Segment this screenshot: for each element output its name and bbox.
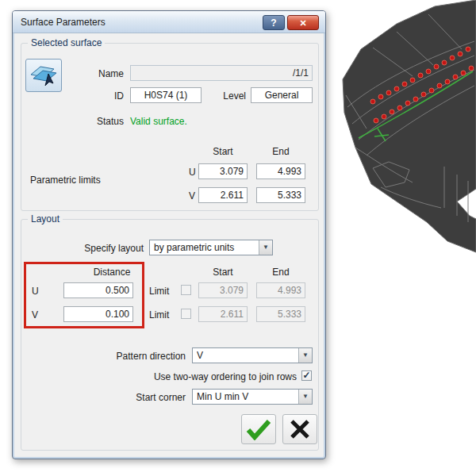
help-icon: ?: [271, 17, 276, 29]
level-label: Level: [208, 90, 246, 102]
layout-start-header: Start: [198, 267, 248, 278]
u-distance-field[interactable]: 0.500: [63, 282, 133, 298]
cad-part: [343, 0, 476, 252]
parametric-limits-label: Parametric limits: [30, 175, 101, 186]
dialog-title: Surface Parameters: [21, 17, 106, 28]
layout-v-end-field: 5.333: [256, 306, 305, 322]
specify-layout-label: Specify layout: [60, 243, 144, 254]
close-button[interactable]: ✕: [287, 15, 319, 30]
start-corner-select[interactable]: Min U min V ▼: [192, 389, 313, 405]
limits-v-end-field[interactable]: 5.333: [256, 187, 305, 203]
v-distance-field[interactable]: 0.100: [63, 306, 133, 322]
two-way-ordering-checkbox[interactable]: ✓: [301, 370, 312, 381]
help-button[interactable]: ?: [263, 15, 285, 30]
cancel-x-icon: [288, 418, 312, 440]
start-corner-label: Start corner: [92, 392, 186, 403]
layout-u-label: U: [32, 286, 39, 297]
layout-u-start-field: 3.079: [198, 282, 248, 298]
limits-u-end-field[interactable]: 4.993: [256, 163, 305, 179]
distance-header: Distance: [76, 267, 148, 278]
surface-parameters-dialog: Surface Parameters ? ✕ Selected surface …: [12, 10, 326, 459]
layout-end-header: End: [256, 267, 305, 278]
specify-layout-select[interactable]: by parametric units ▼: [149, 240, 273, 255]
chevron-down-icon: ▼: [259, 240, 272, 255]
layout-group-label: Layout: [28, 213, 63, 225]
name-field[interactable]: /1/1: [130, 65, 313, 81]
ok-check-icon: [245, 418, 272, 440]
close-icon: ✕: [299, 18, 306, 28]
id-field[interactable]: H0S74 (1): [130, 87, 202, 103]
limits-v-start-field[interactable]: 2.611: [198, 187, 248, 203]
chevron-down-icon: ▼: [298, 348, 312, 363]
specify-layout-value: by parametric units: [154, 242, 256, 253]
status-label: Status: [79, 116, 124, 127]
surface-icon: [29, 62, 58, 87]
limit-v-checkbox[interactable]: [181, 309, 191, 319]
name-label: Name: [86, 68, 124, 79]
pattern-direction-label: Pattern direction: [92, 351, 186, 362]
screen: Surface Parameters ? ✕ Selected surface …: [0, 0, 476, 476]
layout-u-end-field: 4.993: [256, 282, 305, 298]
selected-surface-group-label: Selected surface: [28, 37, 105, 48]
limits-start-header: Start: [198, 146, 248, 157]
pattern-direction-select[interactable]: V ▼: [192, 347, 313, 363]
limits-v-label: V: [189, 190, 195, 202]
id-label: ID: [86, 90, 124, 102]
limit-v-label: Limit: [149, 309, 169, 321]
limits-u-label: U: [189, 167, 196, 178]
limits-u-start-field[interactable]: 3.079: [198, 163, 248, 179]
limits-end-header: End: [256, 146, 305, 157]
ok-button[interactable]: [241, 414, 276, 444]
cancel-button[interactable]: [282, 414, 317, 444]
two-way-ordering-label: Use two-way ordering to join rows: [84, 371, 297, 382]
layout-v-label: V: [32, 309, 38, 321]
level-field[interactable]: General: [251, 87, 313, 103]
pattern-direction-value: V: [197, 350, 296, 361]
surface-select-button[interactable]: [25, 59, 62, 92]
limit-u-checkbox[interactable]: [181, 285, 191, 295]
limit-u-label: Limit: [149, 286, 169, 297]
dialog-titlebar[interactable]: Surface Parameters ? ✕: [13, 11, 325, 33]
chevron-down-icon: ▼: [298, 390, 312, 404]
layout-v-start-field: 2.611: [198, 306, 248, 322]
start-corner-value: Min U min V: [197, 391, 296, 402]
status-value: Valid surface.: [130, 116, 187, 127]
